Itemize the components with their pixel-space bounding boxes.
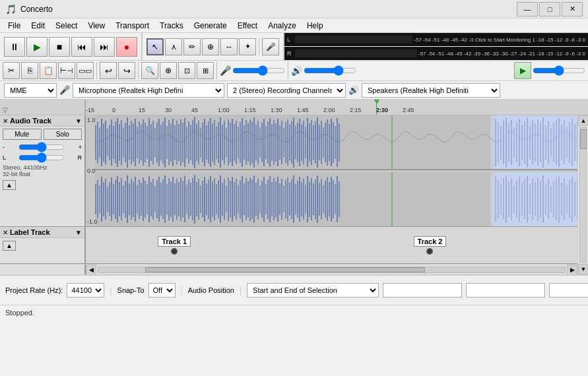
v-scrollbar-track[interactable]	[579, 127, 587, 263]
svg-rect-115	[319, 125, 320, 160]
h-scrollbar-thumb[interactable]	[145, 267, 425, 272]
svg-rect-178	[115, 179, 116, 219]
svg-rect-3	[97, 122, 98, 163]
zoom-out-button[interactable]: 🔍	[141, 62, 158, 79]
time-input-3[interactable]: 00 h 02 m 36.776 s	[549, 283, 588, 298]
svg-rect-203	[164, 175, 166, 223]
time-input-1[interactable]: 00 h 02 m 23.653 s	[383, 283, 462, 298]
record-meter-button[interactable]: 🎤	[262, 38, 279, 55]
svg-rect-15	[121, 120, 122, 165]
vu-bar-2	[295, 49, 417, 57]
channels-select[interactable]: 2 (Stereo) Recording Channels	[227, 83, 346, 98]
playback-speed-slider[interactable]	[533, 65, 585, 76]
cut-button[interactable]: ✂	[3, 62, 20, 79]
h-scrollbar-track[interactable]	[98, 266, 566, 273]
svg-rect-20	[131, 121, 132, 164]
menu-view[interactable]: View	[82, 20, 110, 32]
microphone-select[interactable]: Microphone (Realtek High Defini	[73, 83, 224, 98]
label-expand-button[interactable]: ▲	[0, 238, 84, 253]
maximize-button[interactable]: □	[539, 2, 560, 16]
label-track-1-marker: Track 1	[158, 236, 191, 255]
forward-button[interactable]: ⏭	[94, 37, 115, 57]
mic-level-slider[interactable]	[232, 65, 285, 76]
time-input-2[interactable]: 00 h 02 m 23.653 s	[466, 283, 545, 298]
record-button[interactable]: ●	[116, 37, 137, 57]
play-button[interactable]: ▶	[26, 37, 48, 57]
audio-track-close[interactable]: ✕	[3, 117, 8, 125]
trim-button[interactable]: ⊢⊣	[58, 62, 75, 79]
pan-slider[interactable]	[18, 154, 65, 162]
copy-button[interactable]: ⎘	[21, 62, 38, 79]
svg-rect-239	[236, 179, 237, 220]
draw-tool-button[interactable]: ✏	[183, 38, 201, 55]
scroll-right-button[interactable]: ▶	[567, 265, 577, 275]
timeshift-tool-button[interactable]: ↔	[220, 38, 238, 55]
pause-button[interactable]: ⏸	[4, 37, 25, 57]
project-rate-select[interactable]: 44100	[67, 283, 104, 298]
vu-meters: L -57 -54 -51 -48 -45 -42 -3 Click to St…	[284, 33, 588, 60]
scroll-left-button[interactable]: ◀	[86, 265, 96, 275]
pan-labels: L R	[3, 154, 82, 162]
svg-rect-24	[139, 121, 140, 164]
paste-button[interactable]: 📋	[40, 62, 57, 79]
svg-rect-301	[516, 181, 517, 218]
v-scrollbar-thumb[interactable]	[580, 129, 587, 149]
speaker-level-slider[interactable]	[304, 65, 356, 76]
collapse-button[interactable]: ▲	[0, 179, 84, 191]
svg-rect-23	[137, 127, 138, 158]
selection-mode-select[interactable]: Start and End of Selection	[247, 283, 379, 298]
label-track-dropdown[interactable]: ▼	[75, 229, 82, 236]
zoom-tool-button[interactable]: ⊕	[202, 38, 219, 55]
zoom-in-button[interactable]: ⊕	[160, 62, 177, 79]
svg-rect-154	[566, 127, 568, 158]
menu-select[interactable]: Select	[50, 20, 82, 32]
svg-rect-62	[214, 120, 215, 165]
svg-rect-81	[251, 121, 253, 164]
svg-rect-278	[313, 183, 314, 215]
silence-button[interactable]: ▭▭	[77, 62, 94, 79]
label-track-close[interactable]: ✕	[3, 229, 8, 236]
multi-tool-button[interactable]: ✦	[239, 38, 256, 55]
menu-file[interactable]: File	[3, 20, 26, 32]
pan-l: L	[3, 154, 6, 161]
select-tool-button[interactable]: ↖	[147, 38, 164, 55]
zoom-fit-button[interactable]: ⊞	[197, 62, 214, 79]
svg-rect-5	[101, 119, 102, 166]
menu-analyze[interactable]: Analyze	[263, 20, 302, 32]
zoom-sel-button[interactable]: ⊡	[178, 62, 195, 79]
stop-button[interactable]: ■	[49, 37, 70, 57]
svg-rect-29	[148, 118, 150, 167]
ruler-mark-115: 1:15	[244, 107, 256, 113]
play-at-speed-button[interactable]: ▶	[514, 62, 531, 79]
envelope-tool-button[interactable]: ⋏	[165, 38, 182, 55]
solo-button[interactable]: Solo	[44, 129, 82, 140]
minimize-button[interactable]: —	[517, 2, 538, 16]
menu-effect[interactable]: Effect	[232, 20, 263, 32]
scroll-down-button[interactable]: ▼	[578, 264, 588, 274]
svg-rect-6	[103, 123, 104, 162]
undo-button[interactable]: ↩	[100, 62, 117, 79]
svg-rect-51	[192, 120, 193, 165]
rewind-button[interactable]: ⏮	[71, 37, 92, 57]
svg-rect-271	[299, 177, 300, 222]
redo-button[interactable]: ↪	[118, 62, 135, 79]
app-icon: 🎵	[5, 4, 16, 15]
scroll-up-button[interactable]: ▲	[578, 115, 588, 126]
speakers-select[interactable]: Speakers (Realtek High Definiti	[362, 83, 500, 98]
menu-transport[interactable]: Transport	[110, 20, 154, 32]
snap-to-select[interactable]: Off	[148, 283, 176, 298]
svg-rect-309	[537, 177, 539, 221]
audio-interface-select[interactable]: MME	[4, 83, 57, 98]
mute-button[interactable]: Mute	[3, 129, 42, 140]
svg-rect-188	[135, 177, 136, 222]
menu-tracks[interactable]: Tracks	[154, 20, 189, 32]
menu-generate[interactable]: Generate	[189, 20, 232, 32]
svg-rect-39	[168, 120, 170, 165]
close-button[interactable]: ✕	[562, 2, 583, 16]
vu-label-r: R	[287, 50, 295, 57]
menu-edit[interactable]: Edit	[26, 20, 50, 32]
menu-help[interactable]: Help	[302, 20, 329, 32]
gain-slider[interactable]	[18, 143, 65, 151]
audio-track-dropdown[interactable]: ▼	[75, 117, 82, 125]
svg-rect-141	[532, 121, 533, 164]
